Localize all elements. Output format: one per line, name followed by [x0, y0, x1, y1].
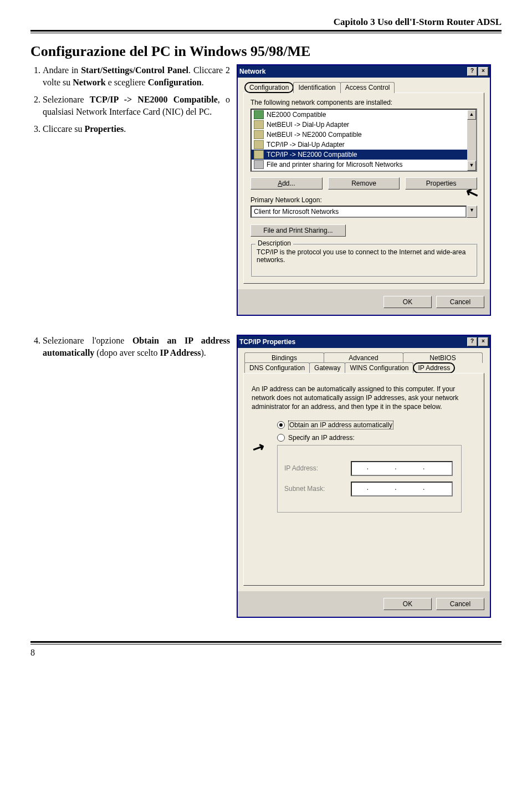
network-button-bar: OK Cancel	[238, 289, 490, 315]
ip-address-row: IP Address: . . .	[284, 461, 454, 476]
combo-dropdown-icon[interactable]: ▼	[467, 206, 477, 218]
primary-logon-value: Client for Microsoft Networks	[250, 206, 467, 218]
help-button[interactable]: ?	[467, 67, 477, 76]
subnet-mask-field[interactable]: . . .	[351, 482, 453, 496]
step-2: Selezionare TCP/IP -> NE2000 Compatible,…	[43, 94, 230, 119]
step1-bold-c: Configuration	[148, 78, 202, 87]
description-text: TCP/IP is the protocol you use to connec…	[257, 248, 471, 264]
step4-text-c: ).	[201, 348, 206, 357]
components-listbox[interactable]: NE2000 Compatible NetBEUI -> Dial-Up Ada…	[250, 109, 477, 172]
step1-bold-b: Network	[73, 78, 106, 87]
radio-obtain-auto[interactable]: Obtain an IP address automatically	[277, 421, 477, 429]
listbox-scrollbar[interactable]: ▲ ▼	[467, 110, 476, 171]
logon-label: Primary Network Logon:	[250, 196, 477, 204]
tcpip-tabs-row2: DNS Configuration Gateway WINS Configura…	[244, 362, 484, 373]
file-print-sharing-button[interactable]: File and Print Sharing...	[250, 224, 346, 237]
tcpip-window: TCP/IP Properties ? × Bindings Advanced …	[237, 335, 491, 618]
header-rule-thin	[30, 33, 502, 33]
protocol-icon	[254, 130, 264, 139]
chapter-header: Capitolo 3 Uso dell'I-Storm Router ADSL	[30, 17, 502, 28]
description-legend: Description	[255, 239, 293, 247]
tcpip-title: TCP/IP Properties	[239, 338, 466, 346]
ip-address-label: IP Address:	[284, 464, 340, 472]
tab-dns-configuration[interactable]: DNS Configuration	[244, 362, 310, 373]
list-item[interactable]: TCP/IP -> Dial-Up Adapter	[252, 140, 476, 150]
tcpip-titlebar[interactable]: TCP/IP Properties ? ×	[238, 336, 490, 348]
adapter-icon	[254, 110, 264, 119]
instructions-block-2: Selezionare l'opzione Obtain an IP addre…	[30, 335, 230, 364]
protocol-icon	[254, 140, 264, 149]
arrow-annotation-icon: ↗	[249, 437, 268, 458]
tcpip-dialog-screenshot: TCP/IP Properties ? × Bindings Advanced …	[237, 335, 502, 618]
instructions-block-1: Andare in Start/Settings/Control Panel. …	[30, 64, 230, 140]
service-icon	[254, 160, 264, 169]
network-tabs: Configuration Identification Access Cont…	[244, 82, 484, 93]
radio-specify[interactable]: Specify an IP address:	[277, 434, 477, 442]
step1-text-d: .	[202, 78, 204, 87]
footer-rule-thick	[30, 641, 502, 643]
radio-icon	[277, 421, 285, 429]
remove-button[interactable]: Remove	[328, 177, 400, 190]
step4-text-b: (dopo aver scelto	[94, 348, 160, 357]
protocol-icon	[254, 120, 264, 129]
tab-wins-configuration[interactable]: WINS Configuration	[345, 362, 413, 373]
tab-ip-address[interactable]: IP Address	[413, 362, 455, 373]
step4-bold-b: IP Address	[160, 348, 201, 357]
add-button[interactable]: AAdd...dd...	[250, 177, 323, 190]
step1-bold-a: Start/Settings/Control Panel	[81, 65, 188, 75]
tab-configuration[interactable]: Configuration	[244, 82, 294, 93]
list-item-label: NE2000 Compatible	[267, 111, 326, 119]
step1-text-c: e scegliere	[106, 78, 148, 87]
list-item-selected[interactable]: TCP/IP -> NE2000 Compatible	[252, 150, 476, 160]
cancel-button[interactable]: Cancel	[436, 296, 484, 308]
list-item-label: File and printer sharing for Microsoft N…	[267, 161, 402, 168]
step4-text-a: Selezionare l'opzione	[43, 336, 132, 345]
list-item[interactable]: NE2000 Compatible	[252, 110, 476, 120]
ok-button[interactable]: OK	[383, 598, 432, 610]
close-button[interactable]: ×	[478, 337, 488, 346]
tab-bindings[interactable]: Bindings	[244, 352, 324, 363]
tcpip-button-bar: OK Cancel	[238, 591, 490, 617]
protocol-icon	[254, 150, 264, 159]
help-button[interactable]: ?	[467, 337, 477, 346]
properties-button[interactable]: Properties	[405, 177, 477, 190]
network-titlebar[interactable]: Network ? ×	[238, 65, 490, 78]
step3-text-b: .	[124, 124, 126, 134]
subnet-mask-label: Subnet Mask:	[284, 485, 340, 493]
list-item[interactable]: NetBEUI -> Dial-Up Adapter	[252, 120, 476, 130]
specify-ip-group: IP Address: . . . Subnet Mask: . . .	[277, 445, 462, 513]
subnet-mask-row: Subnet Mask: . . .	[284, 482, 454, 496]
step-3: Cliccare su Properties.	[43, 123, 230, 135]
ip-address-field[interactable]: . . .	[351, 461, 453, 476]
scroll-up-icon[interactable]: ▲	[467, 110, 476, 120]
page-number: 8	[0, 648, 532, 664]
step3-bold: Properties	[85, 124, 124, 134]
list-item-label: NetBEUI -> Dial-Up Adapter	[267, 121, 349, 129]
tab-access-control[interactable]: Access Control	[340, 82, 395, 93]
radio-icon	[277, 434, 285, 442]
list-item-label: TCP/IP -> Dial-Up Adapter	[267, 141, 345, 149]
tab-netbios[interactable]: NetBIOS	[403, 352, 483, 363]
ok-button[interactable]: OK	[383, 296, 432, 308]
list-item-label: TCP/IP -> NE2000 Compatible	[267, 151, 357, 158]
cancel-button[interactable]: Cancel	[436, 598, 484, 610]
list-item-label: NetBEUI -> NE2000 Compatible	[267, 131, 362, 139]
step-1: Andare in Start/Settings/Control Panel. …	[43, 64, 230, 89]
close-button[interactable]: ×	[478, 67, 488, 76]
components-label: The following network components are ins…	[250, 99, 477, 106]
step2-text-a: Selezionare	[43, 95, 90, 104]
list-item[interactable]: NetBEUI -> NE2000 Compatible	[252, 130, 476, 140]
step1-text-a: Andare in	[43, 65, 81, 75]
tab-advanced[interactable]: Advanced	[324, 352, 403, 363]
tab-identification[interactable]: Identification	[293, 82, 340, 93]
header-rule-thick	[30, 30, 502, 32]
tab-gateway[interactable]: Gateway	[309, 362, 345, 373]
network-title: Network	[239, 68, 466, 75]
radio-specify-label: Specify an IP address:	[288, 434, 355, 442]
primary-logon-combo[interactable]: Client for Microsoft Networks ▼	[250, 206, 477, 218]
scroll-down-icon[interactable]: ▼	[467, 161, 476, 171]
section-title: Configurazione del PC in Windows 95/98/M…	[30, 43, 502, 60]
configuration-panel: The following network components are ins…	[243, 93, 484, 284]
list-item[interactable]: File and printer sharing for Microsoft N…	[252, 160, 476, 170]
ip-address-panel: An IP address can be automatically assig…	[243, 373, 484, 586]
